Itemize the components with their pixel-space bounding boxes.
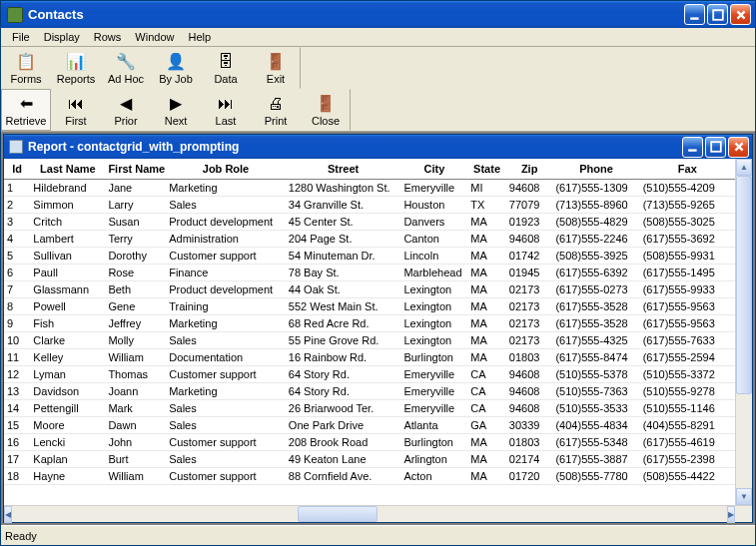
- table-cell: 7: [4, 281, 30, 298]
- table-cell: (617)555-2398: [640, 451, 735, 468]
- forms-button[interactable]: 📋Forms: [1, 47, 51, 89]
- report-minimize-button[interactable]: [682, 137, 703, 158]
- table-row[interactable]: 6PaullRoseFinance78 Bay St.MarbleheadMA0…: [4, 265, 735, 281]
- exit-icon: 🚪: [266, 52, 286, 72]
- scroll-down-button[interactable]: ▼: [736, 488, 752, 505]
- table-cell: Burt: [105, 451, 166, 468]
- exit-button[interactable]: 🚪Exit: [251, 47, 301, 89]
- ad-hoc-button[interactable]: 🔧Ad Hoc: [101, 47, 151, 89]
- report-grid[interactable]: IdLast NameFirst NameJob RoleStreetCityS…: [4, 159, 735, 505]
- table-cell: MA: [467, 451, 506, 468]
- table-row[interactable]: 11KelleyWilliamDocumentation16 Rainbow R…: [4, 349, 735, 366]
- table-row[interactable]: 13DavidsonJoannMarketing64 Story Rd.Emer…: [4, 383, 735, 400]
- svg-rect-1: [713, 10, 723, 20]
- report-maximize-button[interactable]: [705, 137, 726, 158]
- table-row[interactable]: 9FishJeffreyMarketing68 Red Acre Rd.Lexi…: [4, 315, 735, 332]
- close-button[interactable]: [730, 4, 751, 25]
- column-header-job-role[interactable]: Job Role: [166, 159, 286, 180]
- table-row[interactable]: 14PettengillMarkSales26 Briarwood Ter.Em…: [4, 400, 735, 417]
- reports-button[interactable]: 📊Reports: [51, 47, 101, 89]
- vertical-scrollbar[interactable]: ▲ ▼: [735, 159, 752, 505]
- column-header-state[interactable]: State: [467, 159, 506, 180]
- table-cell: 15: [4, 417, 30, 434]
- scroll-left-button[interactable]: ◀: [4, 506, 12, 523]
- table-cell: Arlington: [400, 451, 467, 468]
- table-row[interactable]: 12LymanThomasCustomer support64 Story Rd…: [4, 366, 735, 383]
- menu-help[interactable]: Help: [181, 29, 218, 45]
- retrieve-button[interactable]: ⬅Retrieve: [1, 89, 51, 131]
- data-button[interactable]: 🗄Data: [201, 47, 251, 89]
- scroll-right-button[interactable]: ▶: [727, 506, 735, 523]
- table-cell: Marblehead: [400, 265, 467, 281]
- first-button[interactable]: ⏮First: [51, 89, 101, 131]
- menu-file[interactable]: File: [5, 29, 37, 45]
- table-row[interactable]: 17KaplanBurtSales49 Keaton LaneArlington…: [4, 451, 735, 468]
- table-cell: Danvers: [400, 214, 467, 231]
- table-cell: 1280 Washington St.: [286, 180, 401, 197]
- table-row[interactable]: 1HildebrandJaneMarketing1280 Washington …: [4, 180, 735, 197]
- table-cell: 45 Center St.: [286, 214, 401, 231]
- table-row[interactable]: 10ClarkeMollySales55 Pine Grove Rd.Lexin…: [4, 332, 735, 349]
- table-cell: (617)555-9933: [640, 281, 735, 298]
- table-cell: Sales: [166, 332, 286, 349]
- report-icon: [9, 140, 23, 154]
- table-row[interactable]: 16LenckiJohnCustomer support208 Brook Ro…: [4, 434, 735, 451]
- column-header-phone[interactable]: Phone: [552, 159, 639, 180]
- by-job-icon: 👤: [166, 52, 186, 72]
- column-header-city[interactable]: City: [400, 159, 467, 180]
- by-job-button[interactable]: 👤By Job: [151, 47, 201, 89]
- table-row[interactable]: 2SimmonLarrySales34 Granville St.Houston…: [4, 197, 735, 214]
- table-row[interactable]: 4LambertTerryAdministration204 Page St.C…: [4, 231, 735, 248]
- table-cell: Lencki: [30, 434, 105, 451]
- hscroll-thumb[interactable]: [298, 506, 378, 522]
- table-cell: 204 Page St.: [286, 231, 401, 248]
- table-cell: Lexington: [400, 298, 467, 315]
- minimize-button[interactable]: [684, 4, 705, 25]
- menu-display[interactable]: Display: [37, 29, 87, 45]
- table-row[interactable]: 5SullivanDorothyCustomer support54 Minut…: [4, 248, 735, 265]
- table-cell: Rose: [105, 265, 166, 281]
- column-header-fax[interactable]: Fax: [640, 159, 735, 180]
- menu-window[interactable]: Window: [128, 29, 181, 45]
- table-cell: MA: [467, 214, 506, 231]
- column-header-zip[interactable]: Zip: [506, 159, 553, 180]
- horizontal-scrollbar[interactable]: ◀ ▶: [4, 505, 752, 522]
- table-cell: (508)555-7780: [552, 468, 639, 485]
- print-button[interactable]: 🖨Print: [251, 89, 301, 131]
- scroll-thumb[interactable]: [736, 176, 752, 394]
- table-row[interactable]: 3CritchSusanProduct development45 Center…: [4, 214, 735, 231]
- table-cell: (510)555-5378: [552, 366, 639, 383]
- table-cell: Customer support: [166, 468, 286, 485]
- scroll-track[interactable]: [736, 176, 752, 488]
- table-cell: One Park Drive: [286, 417, 401, 434]
- table-cell: 02174: [506, 451, 553, 468]
- menu-rows[interactable]: Rows: [87, 29, 129, 45]
- table-cell: Lexington: [400, 315, 467, 332]
- column-header-id[interactable]: Id: [4, 159, 30, 180]
- table-row[interactable]: 8PowellGeneTraining552 West Main St.Lexi…: [4, 298, 735, 315]
- report-close-button[interactable]: [728, 137, 749, 158]
- prior-button[interactable]: ◀Prior: [101, 89, 151, 131]
- table-cell: (510)555-3533: [552, 400, 639, 417]
- table-cell: MA: [467, 315, 506, 332]
- table-cell: Marketing: [166, 383, 286, 400]
- table-row[interactable]: 15MooreDawnSalesOne Park DriveAtlantaGA3…: [4, 417, 735, 434]
- hscroll-track[interactable]: [12, 506, 727, 522]
- table-cell: 34 Granville St.: [286, 197, 401, 214]
- table-cell: 94608: [506, 366, 553, 383]
- table-cell: (617)555-6392: [552, 265, 639, 281]
- column-header-street[interactable]: Street: [286, 159, 401, 180]
- table-cell: 01945: [506, 265, 553, 281]
- next-icon: ▶: [166, 94, 186, 114]
- maximize-button[interactable]: [707, 4, 728, 25]
- close-button[interactable]: 🚪Close: [301, 89, 351, 131]
- next-button[interactable]: ▶Next: [151, 89, 201, 131]
- last-button[interactable]: ⏭Last: [201, 89, 251, 131]
- table-cell: Davidson: [30, 383, 105, 400]
- column-header-last-name[interactable]: Last Name: [30, 159, 105, 180]
- table-cell: Customer support: [166, 248, 286, 265]
- table-row[interactable]: 7GlassmannBethProduct development44 Oak …: [4, 281, 735, 298]
- scroll-up-button[interactable]: ▲: [736, 159, 752, 176]
- column-header-first-name[interactable]: First Name: [105, 159, 166, 180]
- table-row[interactable]: 18HayneWilliamCustomer support88 Cornfie…: [4, 468, 735, 485]
